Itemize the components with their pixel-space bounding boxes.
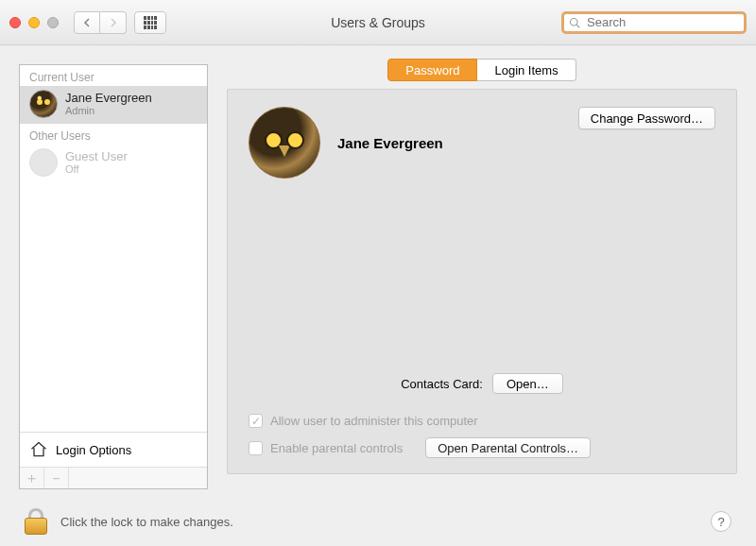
back-button[interactable]: [74, 11, 100, 34]
tab-bar: Password Login Items: [227, 59, 737, 81]
open-contacts-button[interactable]: Open…: [492, 373, 563, 394]
close-window-icon[interactable]: [9, 17, 21, 28]
search-icon: [569, 17, 580, 28]
user-role: Admin: [65, 105, 152, 116]
zoom-window-icon: [47, 17, 59, 28]
avatar-placeholder-icon: [29, 148, 58, 177]
add-user-button[interactable]: ＋: [20, 468, 44, 488]
window-title: Users & Groups: [331, 15, 425, 30]
allow-admin-label: Allow user to administer this computer: [270, 414, 478, 428]
main-panel: Password Login Items Jane Evergreen Chan…: [227, 64, 737, 489]
open-parental-controls-button[interactable]: Open Parental Controls…: [425, 437, 591, 458]
tab-password[interactable]: Password: [387, 59, 477, 81]
enable-parental-checkbox[interactable]: [249, 441, 263, 455]
svg-line-1: [576, 25, 579, 27]
sidebar-current-user[interactable]: Jane Evergreen Admin: [20, 86, 207, 124]
current-user-label: Current User: [20, 65, 207, 86]
allow-admin-checkbox[interactable]: ✓: [249, 414, 263, 428]
password-panel: Jane Evergreen Change Password… Contacts…: [227, 89, 737, 474]
search-wrap: [561, 11, 747, 34]
grid-icon: [144, 16, 157, 29]
titlebar: Users & Groups: [0, 0, 756, 45]
tab-login-items[interactable]: Login Items: [477, 59, 576, 81]
contacts-row: Contacts Card: Open…: [228, 373, 736, 394]
search-input[interactable]: [561, 11, 747, 34]
house-icon: [29, 440, 48, 459]
user-name: Jane Evergreen: [65, 92, 152, 105]
forward-button[interactable]: [100, 11, 127, 34]
contacts-label: Contacts Card:: [401, 377, 483, 391]
enable-parental-label: Enable parental controls: [270, 441, 403, 455]
user-role: Off: [65, 163, 128, 175]
help-button[interactable]: ?: [711, 511, 731, 532]
nav-buttons: [74, 11, 127, 34]
remove-user-button[interactable]: －: [44, 468, 69, 488]
other-users-label: Other Users: [20, 124, 207, 145]
user-picture[interactable]: [249, 107, 320, 179]
actions-spacer: [69, 468, 207, 488]
admin-checkboxes: ✓ Allow user to administer this computer…: [249, 414, 715, 458]
login-options-label: Login Options: [56, 443, 131, 457]
lock-body-icon: [25, 518, 47, 535]
sidebar-other-user[interactable]: Guest User Off: [20, 145, 207, 182]
add-remove-bar: ＋ －: [20, 467, 207, 488]
change-password-button[interactable]: Change Password…: [578, 107, 715, 129]
parental-controls-row: Enable parental controls Open Parental C…: [249, 437, 715, 458]
user-sidebar: Current User Jane Evergreen Admin Other …: [19, 64, 208, 489]
allow-admin-row: ✓ Allow user to administer this computer: [249, 414, 715, 428]
minimize-window-icon[interactable]: [28, 17, 40, 28]
lock-hint: Click the lock to make changes.: [60, 515, 233, 529]
window-controls: [9, 17, 59, 28]
user-name: Guest User: [65, 150, 128, 163]
lock-button[interactable]: [25, 508, 47, 535]
show-all-button[interactable]: [134, 11, 166, 34]
full-name: Jane Evergreen: [337, 135, 443, 151]
svg-point-0: [571, 18, 578, 26]
footer: Click the lock to make changes. ?: [0, 497, 756, 546]
login-options-button[interactable]: Login Options: [20, 432, 207, 467]
avatar-icon: [29, 90, 58, 118]
